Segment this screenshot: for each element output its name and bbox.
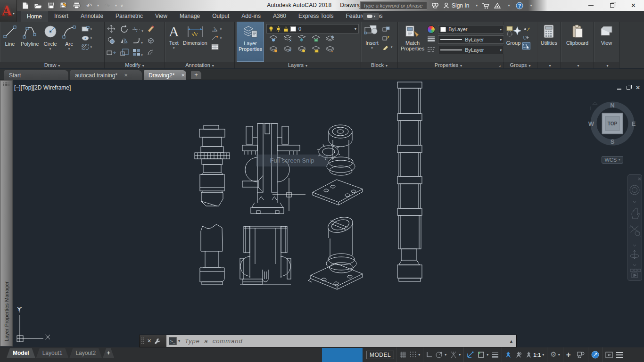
circle-flyout-icon[interactable]: ▾ — [50, 47, 51, 51]
layout2-tab[interactable]: Layout2 — [69, 348, 102, 358]
rectangle-tool-icon[interactable] — [82, 25, 90, 33]
layer-thaw-icon[interactable] — [325, 46, 335, 55]
sign-in-dropdown-icon[interactable]: ▾ — [476, 3, 478, 8]
layer-freeze-icon[interactable] — [297, 35, 306, 44]
isolate-objects-button[interactable] — [577, 351, 585, 358]
search-icon[interactable] — [431, 2, 439, 8]
panel-title-block[interactable]: Block▾ — [361, 62, 397, 68]
angular-dimension-icon[interactable] — [211, 25, 219, 33]
layer-off-icon[interactable] — [269, 35, 278, 44]
ungroup-icon[interactable] — [522, 25, 530, 33]
new-layout-button[interactable]: + — [103, 348, 114, 358]
arc-flyout-icon[interactable]: ▾ — [68, 47, 70, 51]
tab-insert[interactable]: Insert — [48, 11, 74, 22]
drawing-restore-button[interactable] — [627, 86, 630, 90]
explode-icon[interactable] — [147, 37, 155, 46]
dimension-button[interactable]: Dimension — [183, 22, 207, 62]
properties-dialog-launcher[interactable]: ⌟ — [499, 62, 501, 68]
dynamic-input-toggle[interactable]: ▾ — [478, 351, 488, 358]
drawing-canvas[interactable]: Y X Layer Properties Manager [−][Top][2D… — [0, 80, 644, 347]
lineweight-display-toggle[interactable] — [492, 352, 499, 358]
utilities-button[interactable]: Utilities — [541, 22, 557, 62]
layer-dropdown[interactable]: 0 ▾ — [266, 24, 359, 33]
view-button[interactable]: View — [600, 22, 614, 62]
object-color-dropdown[interactable]: ByLayer▾ — [438, 25, 504, 33]
table-icon[interactable] — [211, 43, 219, 50]
command-input[interactable] — [180, 337, 509, 345]
command-line-close-icon[interactable]: ✕ — [147, 338, 151, 344]
hatch-tool-icon[interactable] — [82, 43, 90, 50]
search-input[interactable] — [360, 1, 427, 9]
navigation-bar[interactable] — [627, 174, 642, 281]
file-tab-drawing2[interactable]: Drawing2*✕ — [143, 70, 187, 80]
annotation-monitor-button[interactable]: + — [566, 351, 571, 359]
window-minimize-button[interactable] — [580, 0, 602, 11]
tab-annotate[interactable]: Annotate — [74, 11, 109, 22]
infocenter-collapse-icon[interactable]: ▸ — [355, 3, 360, 8]
group-button[interactable]: Group — [506, 22, 521, 62]
snap-mode-toggle[interactable]: ▾ — [410, 351, 420, 358]
drawing-close-button[interactable]: ✕ — [636, 85, 640, 90]
trim-icon[interactable]: ▾ — [132, 25, 143, 34]
layer-lock-icon[interactable] — [311, 35, 321, 44]
layer-isolate-icon[interactable] — [283, 35, 292, 44]
match-properties-button[interactable]: MatchProperties — [401, 22, 424, 62]
erase-icon[interactable] — [147, 25, 155, 35]
arc-button[interactable]: Arc ▾ — [62, 22, 77, 62]
offset-icon[interactable] — [147, 49, 155, 58]
drawing-minimize-button[interactable] — [617, 89, 621, 90]
model-space-toggle[interactable]: MODEL — [366, 351, 394, 359]
hardware-acceleration-button[interactable] — [591, 351, 599, 359]
layer-match-icon[interactable] — [325, 35, 335, 44]
customize-status-bar-button[interactable] — [616, 352, 623, 358]
scale-icon[interactable] — [120, 49, 129, 58]
tab-view[interactable]: View — [149, 11, 173, 22]
close-tab-icon[interactable]: ✕ — [124, 73, 128, 78]
tab-parametric[interactable]: Parametric — [109, 11, 149, 22]
clean-screen-button[interactable] — [605, 352, 613, 358]
object-snap-tracking-toggle[interactable] — [467, 351, 474, 358]
command-history-expand-icon[interactable]: ▲ — [509, 339, 513, 344]
copy-icon[interactable] — [107, 37, 116, 46]
model-tab[interactable]: Model — [7, 348, 35, 358]
palette-grip[interactable] — [3, 82, 9, 86]
window-restore-button[interactable] — [602, 0, 623, 11]
panel-title-properties[interactable]: Properties▾⌟ — [398, 62, 503, 68]
tab-manage[interactable]: Manage — [173, 11, 206, 22]
sign-in-button[interactable]: Sign In — [452, 2, 469, 9]
help-icon[interactable]: ? — [516, 2, 523, 9]
layer-properties-palette-strip[interactable]: Layer Properties Manager — [0, 80, 13, 346]
wcs-dropdown[interactable]: WCS▾ — [602, 156, 623, 164]
create-block-icon[interactable] — [382, 25, 390, 33]
file-tab-training[interactable]: autocad training*✕ — [70, 70, 142, 80]
rotate-icon[interactable] — [120, 25, 129, 35]
window-close-button[interactable]: ✕ — [623, 0, 644, 11]
command-prompt-icon[interactable]: >_ — [169, 337, 177, 345]
a360-dropdown-icon[interactable]: ▾ — [508, 3, 510, 8]
layer-previous-icon[interactable] — [269, 46, 278, 55]
help-dropdown-icon[interactable]: ▾ — [530, 3, 532, 8]
mirror-icon[interactable] — [120, 37, 129, 46]
layer-properties-button[interactable]: LayerProperties — [237, 22, 264, 62]
app-store-cart-icon[interactable] — [482, 2, 489, 9]
polyline-button[interactable]: Polyline — [21, 22, 39, 62]
viewcube[interactable]: N S W E TOP — [588, 99, 637, 148]
annotation-scale-button[interactable]: 1:1▾ — [526, 351, 544, 359]
array-icon[interactable]: ▾ — [132, 49, 143, 58]
viewport-controls-label[interactable]: [−][Top][2D Wireframe] — [14, 84, 71, 91]
workspace-switching-button[interactable]: ⚙▾ — [550, 351, 560, 358]
annotation-autoscale-toggle[interactable] — [515, 351, 522, 359]
text-button[interactable]: A Text ▾ — [169, 22, 179, 62]
command-line-grip[interactable] — [141, 337, 144, 345]
panel-title-groups[interactable]: Groups▾ — [504, 62, 537, 68]
new-drawing-tab-button[interactable]: + — [191, 71, 201, 79]
ortho-mode-toggle[interactable] — [426, 352, 432, 358]
panel-title-clipboard[interactable]: ▾ — [561, 62, 594, 68]
command-input-area[interactable]: >_ ▾ ▲ — [166, 335, 516, 347]
layer-on-icon[interactable] — [297, 46, 306, 55]
ellipse-tool-icon[interactable] — [82, 34, 90, 41]
isodraft-toggle[interactable]: ▾ — [450, 351, 461, 358]
leader-icon[interactable] — [211, 34, 219, 41]
panel-title-utilities[interactable]: ▾ — [537, 62, 561, 68]
annotation-visibility-toggle[interactable] — [505, 351, 512, 359]
